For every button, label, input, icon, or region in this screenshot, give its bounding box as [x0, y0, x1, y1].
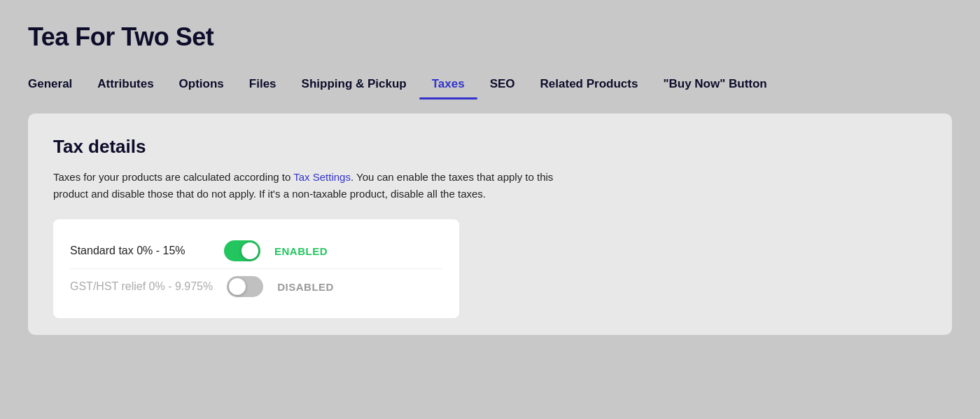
- tax-gst-label: GST/HST relief 0% - 9.975%: [70, 280, 213, 293]
- page-title: Tea For Two Set: [28, 22, 952, 52]
- tax-gst-status: DISABLED: [277, 281, 334, 293]
- tab-attributes[interactable]: Attributes: [85, 71, 166, 97]
- tax-row-standard: Standard tax 0% - 15% ENABLED: [70, 233, 442, 268]
- tax-standard-label: Standard tax 0% - 15%: [70, 245, 210, 257]
- tax-gst-toggle[interactable]: [227, 276, 263, 297]
- tab-general[interactable]: General: [28, 71, 85, 97]
- tax-details-description: Taxes for your products are calculated a…: [53, 169, 578, 202]
- tab-files[interactable]: Files: [237, 71, 289, 97]
- tab-shipping[interactable]: Shipping & Pickup: [289, 71, 419, 97]
- tax-standard-status: ENABLED: [274, 245, 328, 257]
- tab-taxes[interactable]: Taxes: [419, 71, 477, 97]
- tab-navigation: General Attributes Options Files Shippin…: [28, 71, 952, 97]
- tab-related-products[interactable]: Related Products: [528, 71, 651, 97]
- tax-details-card: Tax details Taxes for your products are …: [28, 114, 952, 335]
- tax-settings-link[interactable]: Tax Settings: [293, 171, 351, 183]
- tax-list: Standard tax 0% - 15% ENABLED GST/HST re…: [53, 219, 459, 318]
- tab-options[interactable]: Options: [167, 71, 237, 97]
- tax-standard-toggle[interactable]: [224, 240, 260, 261]
- tax-details-title: Tax details: [53, 136, 927, 158]
- tab-seo[interactable]: SEO: [477, 71, 528, 97]
- tax-row-gst: GST/HST relief 0% - 9.975% DISABLED: [70, 268, 442, 304]
- tab-buynow[interactable]: "Buy Now" Button: [650, 71, 779, 97]
